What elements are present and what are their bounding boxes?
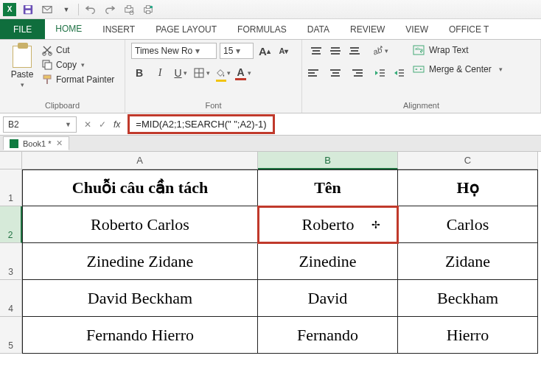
- wrap-text-label: Wrap Text: [429, 45, 469, 55]
- workbook-name: Book1 *: [23, 139, 52, 148]
- font-group-label: Font: [131, 101, 296, 113]
- decrease-font-icon[interactable]: A▾: [276, 43, 292, 59]
- svg-point-10: [150, 5, 153, 8]
- svg-rect-14: [45, 63, 52, 69]
- font-size-combo[interactable]: 15▾: [220, 43, 254, 59]
- font-name-combo[interactable]: Times New Ro▾: [131, 43, 217, 59]
- align-left-button[interactable]: [308, 65, 324, 81]
- print-preview-icon[interactable]: [122, 2, 136, 17]
- row-header-5[interactable]: 5: [0, 317, 22, 354]
- clipboard-group-label: Clipboard: [6, 101, 119, 113]
- tab-view[interactable]: VIEW: [395, 19, 439, 39]
- bold-button[interactable]: B: [131, 65, 147, 81]
- cell-cursor-icon: ✢: [371, 219, 380, 231]
- cell-a5[interactable]: Fernando Hierro: [22, 317, 258, 354]
- email-icon[interactable]: [40, 2, 55, 17]
- align-middle-button[interactable]: [327, 43, 343, 59]
- alignment-group-label: Alignment: [308, 101, 534, 113]
- cut-button[interactable]: Cut: [41, 44, 114, 56]
- quick-print-icon[interactable]: [141, 2, 156, 17]
- svg-rect-15: [43, 75, 51, 79]
- cut-label: Cut: [56, 45, 70, 55]
- name-box[interactable]: B2 ▼: [3, 116, 77, 133]
- cell-a4[interactable]: David Beckham: [22, 280, 258, 317]
- merge-center-label: Merge & Center: [429, 64, 492, 74]
- name-box-value: B2: [8, 119, 19, 130]
- wrap-text-button[interactable]: ab Wrap Text: [413, 44, 503, 56]
- orientation-button[interactable]: ab ▾: [371, 43, 388, 59]
- ribbon: Paste ▾ Cut Copy ▾ Format Painter C: [0, 40, 541, 113]
- insert-function-icon[interactable]: fx: [114, 119, 120, 130]
- svg-rect-1: [26, 5, 31, 8]
- tab-office-tab[interactable]: OFFICE T: [439, 19, 499, 39]
- increase-font-icon[interactable]: A▴: [256, 43, 273, 59]
- align-bottom-button[interactable]: [346, 43, 363, 59]
- cell-a1[interactable]: Chuỗi câu cần tách: [22, 169, 258, 206]
- svg-point-6: [130, 10, 133, 14]
- cell-b2[interactable]: Roberto ✢: [258, 206, 398, 243]
- tab-data[interactable]: DATA: [297, 19, 340, 39]
- close-workbook-icon[interactable]: ✕: [56, 139, 63, 148]
- underline-button[interactable]: U▾: [172, 65, 189, 81]
- svg-rect-16: [46, 79, 48, 84]
- tab-page-layout[interactable]: PAGE LAYOUT: [145, 19, 227, 39]
- cell-b3[interactable]: Zinedine: [258, 243, 398, 280]
- align-top-button[interactable]: [308, 43, 324, 59]
- italic-button[interactable]: I: [152, 65, 168, 81]
- cell-b1[interactable]: Tên: [258, 169, 398, 206]
- font-name-value: Times New Ro: [135, 46, 192, 56]
- svg-rect-5: [127, 5, 130, 8]
- fill-color-button[interactable]: ▾: [214, 65, 231, 81]
- svg-text:ab: ab: [415, 46, 420, 51]
- tab-insert[interactable]: INSERT: [92, 19, 145, 39]
- cell-a2[interactable]: Roberto Carlos: [22, 206, 258, 243]
- svg-rect-9: [146, 10, 150, 13]
- cell-c1[interactable]: Họ: [398, 169, 538, 206]
- select-all-corner[interactable]: [0, 152, 22, 169]
- decrease-indent-button[interactable]: [371, 65, 388, 81]
- paste-label: Paste: [11, 69, 34, 80]
- row-header-3[interactable]: 3: [0, 243, 22, 280]
- svg-rect-8: [146, 5, 150, 8]
- save-icon[interactable]: [21, 2, 35, 17]
- formula-input[interactable]: =MID(A2;1;SEARCH(" ";A2)-1): [128, 114, 274, 134]
- cancel-formula-icon[interactable]: ✕: [84, 119, 91, 130]
- enter-formula-icon[interactable]: ✓: [99, 119, 106, 130]
- cell-c5[interactable]: Hierro: [398, 317, 538, 354]
- col-header-a[interactable]: A: [22, 152, 258, 169]
- redo-icon[interactable]: [102, 2, 117, 17]
- tab-review[interactable]: REVIEW: [340, 19, 395, 39]
- font-color-button[interactable]: A▾: [235, 65, 251, 81]
- qat-dropdown-icon[interactable]: ▼: [59, 2, 74, 17]
- cell-c2[interactable]: Carlos: [398, 206, 538, 243]
- formula-text: =MID(A2;1;SEARCH(" ";A2)-1): [136, 119, 266, 130]
- row-header-4[interactable]: 4: [0, 280, 22, 317]
- row-header-1[interactable]: 1: [0, 169, 22, 206]
- copy-label: Copy: [56, 60, 77, 70]
- align-center-button[interactable]: [327, 65, 343, 81]
- row-header-2[interactable]: 2: [0, 206, 22, 243]
- undo-icon[interactable]: [83, 2, 98, 17]
- copy-button[interactable]: Copy ▾: [41, 59, 114, 71]
- cell-b4[interactable]: David: [258, 280, 398, 317]
- borders-button[interactable]: ▾: [193, 65, 210, 81]
- spreadsheet-grid: A B C 1 Chuỗi câu cần tách Tên Họ 2 Robe…: [0, 152, 541, 354]
- increase-indent-button[interactable]: [391, 65, 407, 81]
- group-font: Times New Ro▾ 15▾ A▴ A▾ B I U▾ ▾: [125, 40, 302, 113]
- col-header-c[interactable]: C: [398, 152, 538, 169]
- merge-center-button[interactable]: Merge & Center ▾: [413, 63, 503, 75]
- format-painter-button[interactable]: Format Painter: [41, 74, 114, 85]
- align-right-button[interactable]: [346, 65, 363, 81]
- tab-home[interactable]: HOME: [45, 19, 92, 39]
- quick-access-toolbar: X ▼: [0, 0, 541, 19]
- formula-bar: B2 ▼ ✕ ✓ fx =MID(A2;1;SEARCH(" ";A2)-1): [0, 113, 541, 136]
- cell-a3[interactable]: Zinedine Zidane: [22, 243, 258, 280]
- paste-button[interactable]: Paste ▾: [6, 43, 38, 91]
- cell-c3[interactable]: Zidane: [398, 243, 538, 280]
- col-header-b[interactable]: B: [258, 152, 398, 169]
- cell-b5[interactable]: Fernando: [258, 317, 398, 354]
- tab-formulas[interactable]: FORMULAS: [227, 19, 297, 39]
- workbook-tab[interactable]: Book1 * ✕: [3, 136, 69, 150]
- cell-c4[interactable]: Beckham: [398, 280, 538, 317]
- tab-file[interactable]: FILE: [0, 19, 45, 39]
